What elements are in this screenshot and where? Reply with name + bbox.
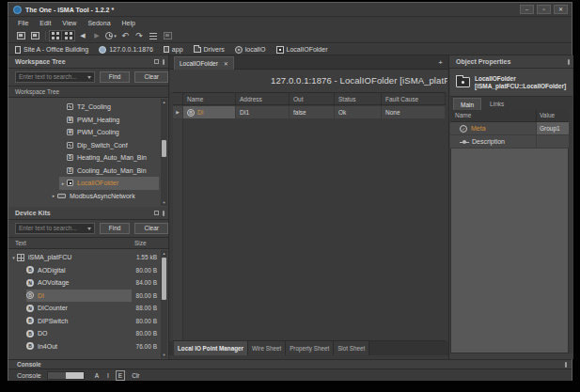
breadcrumb-item[interactable]: LocalIOFolder <box>276 46 328 54</box>
breadcrumb-item[interactable]: localIO <box>235 46 266 54</box>
console-bar: Console A I E Clr <box>8 369 572 381</box>
pin-icon[interactable] <box>565 362 567 368</box>
drivers-folder-icon <box>194 47 201 53</box>
maximize-panel-icon[interactable] <box>154 59 159 64</box>
tree-item[interactable]: M PWM_Cooling <box>8 126 168 139</box>
pin-icon[interactable] <box>163 211 165 216</box>
binary-point-icon: D <box>67 167 73 174</box>
expand-arrow-icon[interactable]: ▸ <box>59 180 67 186</box>
tree-item[interactable]: ∿ Dip_Switch_Conf <box>8 139 168 152</box>
workspace-find-button[interactable]: Find <box>100 71 131 83</box>
export-icon[interactable] <box>161 30 174 41</box>
tree-item[interactable]: ▸ LocalIOFolder <box>8 177 168 190</box>
properties-tab[interactable]: Main <box>453 98 481 110</box>
list-icon[interactable] <box>147 30 160 41</box>
device-kits-clear-button[interactable]: Clear <box>134 223 168 234</box>
menu-item[interactable]: Help <box>117 17 141 29</box>
device-kits-panel: Device Kits Enter text to search... Find… <box>8 207 168 359</box>
editor-grid-row[interactable]: ▶ BDI DI1 false Ok None <box>173 106 446 119</box>
workspace-column-header: Workspace Tree <box>8 86 168 98</box>
properties-empty-area <box>450 149 569 353</box>
kit-item[interactable]: B In4Out 76.00 B <box>8 340 168 353</box>
expand-arrow-icon[interactable]: ▸ <box>50 193 57 198</box>
workspace-clear-button[interactable]: Clear <box>134 71 168 83</box>
app-logo-icon <box>13 6 22 14</box>
breadcrumb-item[interactable]: Site A - Office Building <box>15 46 88 54</box>
kit-item[interactable]: B AODigital 80.00 B <box>8 264 168 277</box>
redo-icon[interactable]: ↷ <box>133 30 146 41</box>
folder-icon <box>456 77 470 87</box>
kit-item[interactable]: N AOVoltage 84.00 B <box>8 276 168 290</box>
breadcrumb-item[interactable]: app <box>164 46 183 53</box>
open-window-icon[interactable] <box>28 30 41 41</box>
kit-item[interactable]: B DIPSwitch 80.00 B <box>8 315 168 328</box>
sheet-tab[interactable]: Local IO Point Manager <box>174 341 248 355</box>
kit-item[interactable]: N DICounter 88.00 B <box>8 302 168 315</box>
device-kits-find-button[interactable]: Find <box>100 223 131 234</box>
console-header: Console <box>8 359 572 369</box>
minimize-button[interactable]: – <box>520 5 534 14</box>
workspace-search-input[interactable]: Enter text to search... <box>15 71 95 83</box>
close-button[interactable]: ✕ <box>554 5 568 14</box>
editor-title-bar: 127.0.0.1:1876 - LocalIOFolder [iSMA_pla… <box>170 70 447 92</box>
check-circle-icon: ✓ <box>460 125 467 133</box>
pwm-point-icon: M <box>67 117 73 123</box>
properties-tab[interactable]: Links <box>483 98 510 110</box>
sheet-tab[interactable]: Property Sheet <box>286 341 334 355</box>
new-window-icon[interactable] <box>14 30 27 41</box>
workspace-scrollbar[interactable]: ▲ ▼ <box>161 99 167 206</box>
editor-grid-header: Name Address Out Status Fault Cause <box>173 92 446 105</box>
tree-item[interactable]: M PWM_Heating <box>8 114 168 127</box>
kit-item[interactable]: B DO 80.00 B <box>8 327 168 340</box>
object-name: LocalIOFolder <box>475 75 566 83</box>
breadcrumb-item[interactable]: Drivers <box>194 46 225 53</box>
sheet-tab[interactable]: Wire Sheet <box>248 341 286 355</box>
kit-item[interactable]: ▾ iSMA_platFCU 1.55 kB <box>8 251 168 264</box>
console-button[interactable]: E <box>116 370 125 381</box>
maximize-button[interactable]: ▫ <box>537 5 551 14</box>
app-icon <box>164 46 169 53</box>
new-tab-icon[interactable]: + <box>438 58 443 67</box>
forward-icon[interactable]: ▶ <box>90 30 103 41</box>
tree-item[interactable]: D Heating_Auto_Man_Bin <box>8 151 168 165</box>
history-icon[interactable]: ▾ <box>104 30 118 41</box>
breadcrumb: Site A - Office Building 127.0.0.1:1876 … <box>8 44 572 55</box>
console-button[interactable]: I <box>105 371 111 380</box>
property-row[interactable]: Description <box>450 135 569 149</box>
console-button[interactable]: A <box>93 371 101 380</box>
grid-view-alt-icon[interactable] <box>62 30 75 41</box>
grid-view-icon[interactable] <box>49 30 62 41</box>
editor-tab[interactable]: LocalIOFolder ✕ <box>174 56 234 70</box>
analog-point-icon: ∿ <box>67 103 73 110</box>
properties-scrollbar[interactable] <box>569 110 572 353</box>
undo-icon[interactable]: ↶ <box>118 30 132 41</box>
property-row[interactable]: ✓ Meta Group1 <box>450 122 569 135</box>
globe-icon <box>99 46 106 54</box>
breadcrumb-item[interactable]: 127.0.0.1:1876 <box>99 46 153 54</box>
console-button[interactable]: Clr <box>130 371 141 380</box>
close-tab-icon[interactable]: ✕ <box>224 60 228 67</box>
toolbar: ◀ ▶ ▾ ↶ ↷ <box>8 29 572 43</box>
editor-panel: LocalIOFolder ✕ + 127.0.0.1:1876 - Local… <box>168 55 449 359</box>
menu-item[interactable]: View <box>56 17 82 29</box>
pin-icon[interactable] <box>568 59 570 65</box>
console-toggle[interactable] <box>47 371 85 380</box>
menu-item[interactable]: Edit <box>34 17 56 29</box>
kit-item[interactable]: B DI 80.00 B <box>8 290 168 303</box>
slider-icon <box>460 138 469 146</box>
tree-item[interactable]: ▸ ModbusAsyncNetwork <box>8 190 168 203</box>
maximize-panel-icon[interactable] <box>154 211 159 215</box>
device-kits-search-input[interactable]: Enter text to search... <box>15 223 95 234</box>
pin-icon[interactable] <box>163 59 165 65</box>
device-kits-scrollbar[interactable]: ▲ ▼ <box>161 250 167 358</box>
menu-item[interactable]: File <box>12 17 34 29</box>
expand-arrow-icon[interactable]: ▾ <box>10 255 17 260</box>
menu-item[interactable]: Sedona <box>82 17 116 29</box>
workspace-tree-header: Workspace Tree <box>8 55 168 69</box>
tree-item[interactable]: D Cooling_Auto_Man_Bin <box>8 165 168 178</box>
back-icon[interactable]: ◀ <box>76 30 89 41</box>
sheet-tab[interactable]: Slot Sheet <box>334 341 369 355</box>
tree-item[interactable]: ∿ T2_Cooling <box>8 101 168 114</box>
network-icon <box>57 194 66 198</box>
sheet-tabs: Local IO Point Manager Wire Sheet Proper… <box>169 341 448 355</box>
